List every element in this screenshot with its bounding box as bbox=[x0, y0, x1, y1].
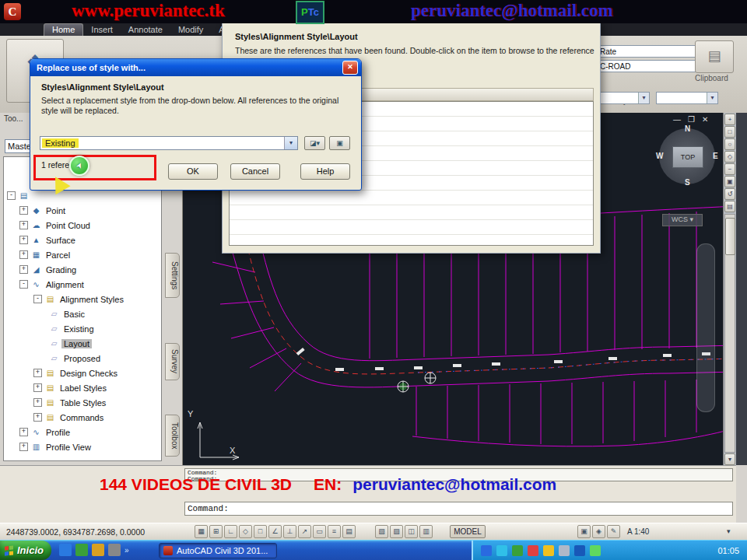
status-toggle-lwt[interactable]: ▭ bbox=[313, 525, 326, 538]
ribbon-combo[interactable]: ▾ bbox=[656, 92, 718, 104]
nav-tool-button[interactable]: ▣ bbox=[724, 176, 735, 187]
tab-settings[interactable]: Settings bbox=[165, 253, 180, 298]
status-layout-button[interactable]: ◫ bbox=[405, 525, 418, 538]
nav-tool-button[interactable]: ↺ bbox=[724, 188, 735, 200]
dialog-titlebar[interactable]: Replace use of style with... ✕ bbox=[30, 59, 361, 76]
viewcube-east[interactable]: E bbox=[713, 152, 718, 160]
nav-tool-button[interactable]: − bbox=[724, 163, 735, 175]
style-detail-button[interactable]: ▣ bbox=[329, 136, 350, 150]
ok-button[interactable]: OK bbox=[168, 163, 218, 180]
status-menu-caret[interactable]: ▾ bbox=[727, 527, 731, 535]
status-tool-button[interactable]: ◈ bbox=[592, 525, 605, 538]
model-space-button[interactable]: MODEL bbox=[450, 525, 486, 538]
tree-item[interactable]: ▱ Existing bbox=[4, 321, 161, 336]
status-toggle-dyn[interactable]: ↗ bbox=[298, 525, 311, 538]
status-tool-button[interactable]: ✎ bbox=[607, 525, 620, 538]
window-close-button[interactable]: ✕ bbox=[702, 115, 708, 124]
tab-toolbox[interactable]: Toolbox bbox=[165, 415, 180, 457]
nav-tool-button[interactable]: □ bbox=[724, 126, 735, 138]
tree-expand-toggle[interactable]: + bbox=[19, 265, 28, 274]
viewcube-top-face[interactable]: TOP bbox=[672, 146, 703, 168]
status-toggle-sc[interactable]: ▤ bbox=[342, 525, 356, 538]
tree-expand-toggle[interactable]: + bbox=[19, 236, 28, 244]
tree-expand-toggle[interactable]: + bbox=[19, 250, 28, 259]
tray-icon[interactable] bbox=[559, 545, 570, 556]
wcs-menu[interactable]: WCS ▾ bbox=[662, 214, 703, 226]
paste-button[interactable]: ▤ bbox=[695, 40, 734, 73]
annotation-scale[interactable]: A 1:40 bbox=[627, 527, 649, 536]
help-button[interactable]: Help bbox=[300, 163, 350, 180]
tree-expand-toggle[interactable]: + bbox=[19, 428, 28, 436]
tree-expand-toggle[interactable]: - bbox=[7, 191, 16, 200]
tree-expand-toggle[interactable]: + bbox=[33, 383, 42, 392]
scroll-down-button[interactable]: ▾ bbox=[724, 453, 735, 465]
status-layout-button[interactable]: ▨ bbox=[390, 525, 403, 538]
window-restore-button[interactable]: ❐ bbox=[688, 115, 695, 124]
close-icon[interactable]: ✕ bbox=[342, 61, 358, 75]
tab-modify[interactable]: Modify bbox=[170, 24, 211, 36]
tree-item[interactable]: + ▤ Table Styles bbox=[4, 395, 161, 410]
tree-item[interactable]: - ▤ Alignment Styles bbox=[4, 292, 161, 306]
tray-icon[interactable] bbox=[574, 545, 585, 556]
viewcube-south[interactable]: S bbox=[685, 178, 690, 187]
status-toggle-polar[interactable]: ◇ bbox=[239, 525, 252, 538]
tree-item[interactable]: ▱ Basic bbox=[4, 306, 161, 321]
viewcube[interactable]: N S W E TOP bbox=[656, 125, 718, 187]
tray-icon[interactable] bbox=[481, 545, 492, 556]
tree-expand-toggle[interactable]: + bbox=[19, 443, 28, 451]
nav-tool-button[interactable]: ▤ bbox=[724, 201, 735, 212]
nav-tool-button[interactable]: ◇ bbox=[724, 151, 735, 163]
tree-item[interactable]: + ◆ Point bbox=[4, 203, 161, 218]
tab-insert[interactable]: Insert bbox=[83, 24, 121, 36]
tree-item[interactable]: + ▦ Parcel bbox=[4, 247, 161, 262]
tree-item-selected[interactable]: ▱ Layout bbox=[4, 336, 161, 351]
navigation-bar[interactable] bbox=[696, 243, 715, 412]
tab-home[interactable]: Home bbox=[44, 23, 83, 36]
status-toggle-snap[interactable]: ▦ bbox=[195, 525, 208, 538]
quick-launch-icon[interactable] bbox=[108, 544, 121, 556]
tree-item[interactable]: + ▤ Design Checks bbox=[4, 366, 161, 380]
replacement-style-combo[interactable]: Existing ▾ bbox=[40, 136, 298, 150]
scrollbar-thumb[interactable] bbox=[725, 218, 735, 255]
status-toggle-grid[interactable]: ⊞ bbox=[209, 525, 223, 538]
tab-survey[interactable]: Survey bbox=[165, 343, 180, 380]
start-button[interactable]: Inicio bbox=[0, 541, 51, 560]
tree-expand-toggle[interactable]: - bbox=[33, 295, 42, 303]
tree-expand-toggle[interactable]: + bbox=[19, 206, 28, 215]
viewcube-north[interactable]: N bbox=[685, 124, 690, 133]
window-minimize-button[interactable]: — bbox=[673, 115, 681, 124]
autocad-app-icon[interactable]: C bbox=[4, 3, 21, 20]
tree-expand-toggle[interactable]: + bbox=[33, 413, 42, 422]
status-toggle-ortho[interactable]: ∟ bbox=[224, 525, 237, 538]
tree-expand-toggle[interactable]: + bbox=[19, 221, 28, 229]
tray-icon[interactable] bbox=[590, 545, 601, 556]
status-layout-button[interactable]: ▧ bbox=[375, 525, 388, 538]
tree-item[interactable]: + ▤ Label Styles bbox=[4, 380, 161, 395]
status-toggle-qp[interactable]: ≡ bbox=[328, 525, 341, 538]
status-layout-button[interactable]: ▥ bbox=[419, 525, 433, 538]
tree-expand-toggle[interactable]: - bbox=[19, 280, 28, 289]
tab-annotate[interactable]: Annotate bbox=[121, 24, 170, 36]
tree-item[interactable]: + ☁ Point Cloud bbox=[4, 218, 161, 233]
tree-item[interactable]: - ∿ Alignment bbox=[4, 277, 161, 292]
status-toggle-ducs[interactable]: ⊥ bbox=[283, 525, 296, 538]
show-desktop-icon[interactable] bbox=[75, 544, 88, 556]
tree-expand-toggle[interactable]: + bbox=[33, 398, 42, 407]
tree-item[interactable]: + ▥ Profile View bbox=[4, 439, 161, 454]
cancel-button[interactable]: Cancel bbox=[230, 163, 280, 180]
internet-explorer-icon[interactable] bbox=[59, 544, 72, 556]
tray-icon[interactable] bbox=[496, 545, 507, 556]
command-input[interactable]: Command: bbox=[184, 502, 733, 516]
nav-tool-button[interactable]: ○ bbox=[724, 138, 735, 150]
viewcube-west[interactable]: W bbox=[656, 152, 663, 160]
tree-item[interactable]: + ∿ Profile bbox=[4, 425, 161, 439]
tray-icon[interactable] bbox=[528, 545, 538, 556]
tree-item[interactable]: + ◢ Grading bbox=[4, 262, 161, 277]
style-options-button[interactable]: ◪▾ bbox=[304, 136, 325, 150]
tree-expand-toggle[interactable]: + bbox=[33, 369, 42, 377]
tray-icon[interactable] bbox=[512, 545, 523, 556]
tree-item[interactable]: ▱ Proposed bbox=[4, 351, 161, 366]
quick-launch-icon[interactable] bbox=[92, 544, 104, 556]
status-toggle-osnap[interactable]: □ bbox=[254, 525, 267, 538]
tray-icon[interactable] bbox=[543, 545, 554, 556]
